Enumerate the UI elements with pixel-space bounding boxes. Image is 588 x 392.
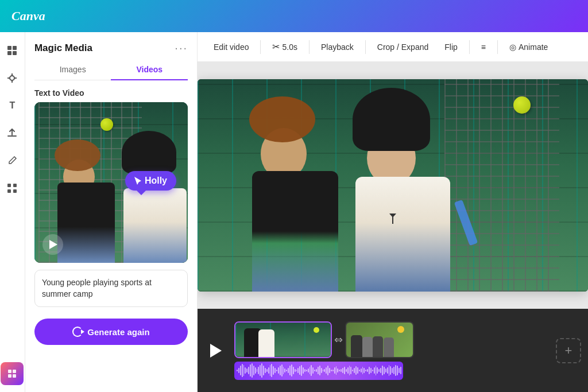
canva-logo[interactable]: Canva bbox=[11, 9, 45, 24]
svg-rect-0 bbox=[7, 46, 11, 50]
add-clip-button[interactable]: + bbox=[556, 338, 581, 363]
timeline: ⇔ bbox=[198, 309, 588, 392]
toolbar: Edit video ✂ 5.0s Playback Crop / Expand… bbox=[198, 32, 588, 62]
timeline-clips: ⇔ bbox=[234, 321, 549, 380]
tennis-ball bbox=[513, 96, 531, 114]
duration-button[interactable]: ✂ 5.0s bbox=[265, 38, 304, 56]
sidebar-item-text[interactable]: T bbox=[1, 94, 24, 117]
svg-rect-11 bbox=[8, 374, 11, 378]
svg-rect-3 bbox=[13, 51, 17, 55]
content-area: Edit video ✂ 5.0s Playback Crop / Expand… bbox=[198, 32, 588, 392]
svg-rect-9 bbox=[8, 370, 11, 373]
panel-play-button[interactable] bbox=[42, 234, 63, 255]
svg-rect-10 bbox=[13, 370, 16, 373]
edit-video-button[interactable]: Edit video bbox=[207, 39, 256, 55]
holly-tooltip: Holly bbox=[125, 171, 176, 191]
main-video-scene bbox=[198, 79, 588, 292]
sidebar-item-apps[interactable] bbox=[1, 177, 24, 200]
panel-title: Magic Media bbox=[34, 42, 92, 54]
flip-button[interactable]: Flip bbox=[438, 39, 465, 55]
scissors-icon: ✂ bbox=[272, 41, 280, 52]
svg-rect-1 bbox=[13, 46, 17, 50]
svg-rect-8 bbox=[13, 189, 17, 193]
clip-scene-1 bbox=[235, 323, 331, 357]
timeline-clip-2[interactable] bbox=[345, 321, 414, 358]
playback-button[interactable]: Playback bbox=[314, 39, 361, 55]
animate-icon: ◎ bbox=[509, 42, 516, 52]
cursor-icon bbox=[134, 177, 141, 185]
refresh-icon bbox=[72, 327, 83, 337]
topbar: Canva bbox=[0, 0, 588, 32]
panel-menu-button[interactable]: ··· bbox=[175, 41, 188, 55]
panel-video-preview[interactable]: Holly bbox=[34, 102, 188, 263]
sidebar-item-draw[interactable] bbox=[1, 149, 24, 172]
sidebar-item-elements[interactable] bbox=[1, 67, 24, 90]
clips-row: ⇔ bbox=[234, 321, 549, 358]
sidebar-item-magic-media[interactable] bbox=[1, 362, 24, 385]
main-video-player[interactable] bbox=[198, 79, 588, 292]
section-title: Text to Video bbox=[25, 80, 197, 102]
svg-rect-7 bbox=[7, 189, 11, 193]
tab-images[interactable]: Images bbox=[34, 59, 111, 80]
wave-bars bbox=[234, 362, 403, 380]
svg-rect-5 bbox=[7, 184, 11, 187]
clip-join-icon: ⇔ bbox=[334, 333, 343, 346]
toolbar-divider-1 bbox=[260, 40, 261, 54]
scrubber-marker[interactable] bbox=[392, 217, 393, 224]
menu-button[interactable]: ≡ bbox=[474, 39, 493, 55]
svg-rect-2 bbox=[7, 51, 11, 55]
tab-videos[interactable]: Videos bbox=[111, 59, 188, 80]
animate-button[interactable]: ◎ Animate bbox=[502, 39, 555, 55]
toolbar-divider-3 bbox=[365, 40, 366, 54]
menu-icon: ≡ bbox=[481, 42, 486, 52]
audio-waveform bbox=[234, 362, 403, 380]
svg-point-4 bbox=[10, 76, 14, 80]
svg-rect-6 bbox=[13, 184, 17, 187]
toolbar-divider-4 bbox=[469, 40, 470, 54]
icon-sidebar: T bbox=[0, 32, 25, 392]
tabs-bar: Images Videos bbox=[34, 59, 188, 80]
main-layout: T Magic Media ··· Images Videos Text to … bbox=[0, 32, 588, 392]
person-2 bbox=[335, 102, 473, 292]
left-panel: Magic Media ··· Images Videos Text to Vi… bbox=[25, 32, 198, 392]
panel-header: Magic Media ··· bbox=[25, 32, 197, 59]
canvas-area bbox=[198, 62, 588, 309]
generate-again-button[interactable]: Generate again bbox=[34, 319, 188, 345]
timeline-clip-1[interactable] bbox=[234, 321, 332, 358]
timeline-play-button[interactable] bbox=[204, 339, 227, 362]
sidebar-item-grid[interactable] bbox=[1, 39, 24, 62]
toolbar-divider-5 bbox=[497, 40, 498, 54]
toolbar-divider-2 bbox=[309, 40, 310, 54]
clip-scene-2 bbox=[346, 323, 413, 357]
prompt-input[interactable]: Young people playing sports at summer ca… bbox=[34, 270, 188, 307]
svg-rect-12 bbox=[13, 374, 16, 378]
crop-expand-button[interactable]: Crop / Expand bbox=[370, 39, 436, 55]
sidebar-item-upload[interactable] bbox=[1, 122, 24, 145]
magic-media-icon bbox=[1, 362, 24, 385]
